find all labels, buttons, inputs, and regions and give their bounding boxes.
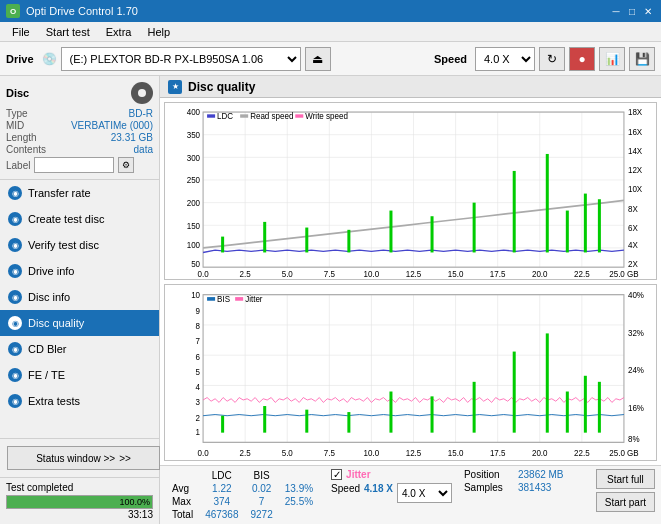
stats-row-max: Max 374 7 25.5% [166, 495, 319, 508]
total-ldc: 467368 [199, 508, 244, 521]
menu-extra[interactable]: Extra [98, 24, 140, 40]
save-button[interactable]: 💾 [629, 47, 655, 71]
create-test-disc-icon: ◉ [8, 212, 22, 226]
svg-text:10: 10 [191, 289, 200, 300]
status-window-button[interactable]: Status window >> >> [7, 446, 160, 470]
svg-text:18X: 18X [628, 107, 643, 118]
nav-cd-bler[interactable]: ◉ CD Bler [0, 336, 159, 362]
samples-label: Samples [464, 482, 514, 493]
speed-row: Speed 4.18 X 4.0 X 2.0 X 6.0 X [331, 483, 452, 503]
speed-label: Speed [434, 53, 467, 65]
panel-header: ★ Disc quality [160, 76, 661, 98]
svg-text:2.5: 2.5 [240, 446, 251, 457]
svg-text:40%: 40% [628, 289, 644, 300]
top-chart-svg: 400 350 300 250 200 150 100 50 18X 16X 1… [165, 103, 656, 279]
chevron-right-icon: >> [119, 453, 131, 464]
svg-text:4: 4 [196, 381, 201, 392]
transfer-rate-icon: ◉ [8, 186, 22, 200]
max-bis: 7 [245, 495, 279, 508]
status-time: 33:13 [6, 509, 153, 520]
nav-disc-info-label: Disc info [28, 291, 70, 303]
speed-select[interactable]: 4.0 X 2.0 X 6.0 X 8.0 X [475, 47, 535, 71]
svg-text:17.5: 17.5 [490, 446, 506, 457]
svg-rect-94 [546, 333, 549, 432]
svg-rect-29 [546, 154, 549, 253]
nav-disc-info[interactable]: ◉ Disc info [0, 284, 159, 310]
charts-area: 400 350 300 250 200 150 100 50 18X 16X 1… [160, 98, 661, 465]
svg-rect-0 [165, 103, 656, 279]
close-button[interactable]: ✕ [641, 4, 655, 18]
svg-rect-63 [240, 114, 248, 117]
menu-help[interactable]: Help [139, 24, 178, 40]
svg-rect-28 [513, 171, 516, 253]
svg-text:BIS: BIS [217, 293, 230, 304]
nav-drive-info[interactable]: ◉ Drive info [0, 258, 159, 284]
nav-transfer-rate[interactable]: ◉ Transfer rate [0, 180, 159, 206]
graph-button[interactable]: 📊 [599, 47, 625, 71]
svg-text:7.5: 7.5 [324, 446, 335, 457]
nav-create-test-disc[interactable]: ◉ Create test disc [0, 206, 159, 232]
menu-start-test[interactable]: Start test [38, 24, 98, 40]
eject-button[interactable]: ⏏ [305, 47, 331, 71]
svg-text:12.5: 12.5 [406, 446, 422, 457]
maximize-button[interactable]: □ [625, 4, 639, 18]
svg-rect-97 [598, 381, 601, 432]
disc-length-value: 23.31 GB [111, 132, 153, 143]
label-button[interactable]: ⚙ [118, 157, 134, 173]
svg-rect-87 [263, 406, 266, 433]
svg-text:7: 7 [196, 335, 201, 346]
svg-rect-88 [305, 409, 308, 432]
settings-button[interactable]: ● [569, 47, 595, 71]
svg-rect-126 [235, 297, 243, 301]
nav-disc-quality[interactable]: ◉ Disc quality [0, 310, 159, 336]
disc-contents-value: data [134, 144, 153, 155]
svg-text:5: 5 [196, 365, 201, 376]
samples-value: 381433 [518, 482, 551, 493]
start-full-button[interactable]: Start full [596, 469, 655, 489]
svg-rect-25 [389, 211, 392, 253]
nav-fe-te[interactable]: ◉ FE / TE [0, 362, 159, 388]
svg-text:2: 2 [196, 411, 201, 422]
nav-fe-te-label: FE / TE [28, 369, 65, 381]
svg-text:22.5: 22.5 [574, 269, 590, 279]
refresh-button[interactable]: ↻ [539, 47, 565, 71]
svg-text:2X: 2X [628, 259, 638, 270]
svg-text:22.5: 22.5 [574, 446, 590, 457]
svg-text:10.0: 10.0 [364, 269, 380, 279]
avg-ldc: 1.22 [199, 482, 244, 495]
disc-mid-key: MID [6, 120, 24, 131]
svg-rect-124 [207, 297, 215, 301]
svg-rect-95 [566, 391, 569, 432]
svg-text:20.0: 20.0 [532, 269, 548, 279]
start-part-button[interactable]: Start part [596, 492, 655, 512]
app-icon: O [6, 4, 20, 18]
drive-label: Drive [6, 53, 34, 65]
menu-bar: File Start test Extra Help [0, 22, 661, 42]
nav-extra-tests[interactable]: ◉ Extra tests [0, 388, 159, 414]
nav-verify-test-disc[interactable]: ◉ Verify test disc [0, 232, 159, 258]
svg-rect-31 [584, 194, 587, 253]
fe-te-icon: ◉ [8, 368, 22, 382]
svg-text:400: 400 [187, 107, 201, 118]
speed-static-label: Speed [331, 483, 360, 503]
jitter-checkbox[interactable]: ✓ [331, 469, 342, 480]
svg-text:50: 50 [191, 259, 200, 270]
nav-drive-info-label: Drive info [28, 265, 74, 277]
svg-text:16X: 16X [628, 126, 643, 137]
nav-disc-quality-label: Disc quality [28, 317, 84, 329]
cd-bler-icon: ◉ [8, 342, 22, 356]
label-input[interactable] [34, 157, 114, 173]
disc-contents-key: Contents [6, 144, 46, 155]
svg-text:20.0: 20.0 [532, 446, 548, 457]
minimize-button[interactable]: ─ [609, 4, 623, 18]
svg-rect-32 [598, 199, 601, 252]
speed-dropdown[interactable]: 4.0 X 2.0 X 6.0 X [397, 483, 452, 503]
menu-file[interactable]: File [4, 24, 38, 40]
nav-create-test-disc-label: Create test disc [28, 213, 104, 225]
col-bis: BIS [245, 469, 279, 482]
svg-text:150: 150 [187, 220, 201, 231]
svg-text:10.0: 10.0 [364, 446, 380, 457]
drive-select[interactable]: (E:) PLEXTOR BD-R PX-LB950SA 1.06 [61, 47, 301, 71]
svg-text:8X: 8X [628, 203, 638, 214]
svg-text:4X: 4X [628, 239, 638, 250]
